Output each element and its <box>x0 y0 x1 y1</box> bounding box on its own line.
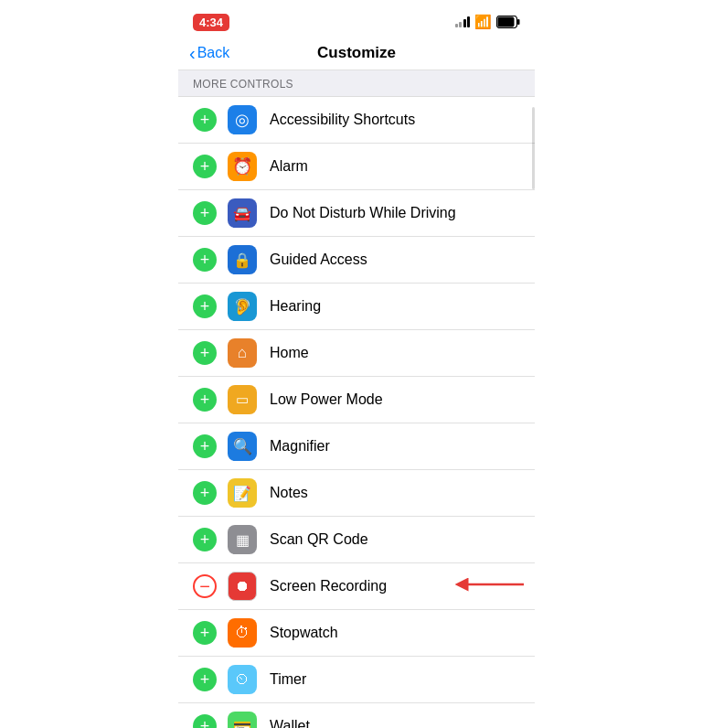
scroll-indicator <box>532 107 535 189</box>
item-label: Home <box>270 345 520 361</box>
add-button[interactable]: + <box>193 108 217 132</box>
add-button[interactable]: + <box>193 528 217 551</box>
nav-bar: ‹ Back Customize <box>178 40 535 70</box>
stopwatch-icon: ⏱ <box>228 618 257 648</box>
list-item[interactable]: + 🔒 Guided Access <box>178 237 535 284</box>
list-item[interactable]: + 💳 Wallet <box>178 703 535 728</box>
add-button[interactable]: + <box>193 201 217 225</box>
plus-icon: + <box>200 252 210 268</box>
plus-icon: + <box>200 531 210 548</box>
alarm-icon: ⏰ <box>228 152 257 181</box>
plus-icon: + <box>200 345 210 361</box>
add-button[interactable]: + <box>193 155 217 178</box>
add-button[interactable]: + <box>193 434 217 458</box>
status-bar: 4:34 📶 <box>178 0 535 40</box>
item-label: Guided Access <box>270 252 520 268</box>
list-item-screen-recording[interactable]: − ⏺ Screen Recording <box>178 563 535 610</box>
home-app-icon: ⌂ <box>228 338 257 368</box>
accessibility-shortcuts-icon: ◎ <box>228 105 257 134</box>
status-icons: 📶 <box>455 14 521 30</box>
status-time: 4:34 <box>193 14 229 31</box>
plus-icon: + <box>200 391 210 408</box>
list-item[interactable]: + ◎ Accessibility Shortcuts <box>178 97 535 144</box>
plus-icon: + <box>200 671 210 688</box>
list-item[interactable]: + ⏲ Timer <box>178 657 535 703</box>
list-item[interactable]: + 🦻 Hearing <box>178 284 535 330</box>
list-item[interactable]: + 🔍 Magnifier <box>178 423 535 470</box>
scan-qr-icon: ▦ <box>228 525 257 554</box>
signal-icon <box>455 16 471 27</box>
wifi-icon: 📶 <box>474 14 492 30</box>
remove-button[interactable]: − <box>193 574 217 598</box>
timer-icon: ⏲ <box>228 665 257 694</box>
item-label: Do Not Disturb While Driving <box>270 205 520 221</box>
section-header-more-controls: MORE CONTROLS <box>178 70 535 97</box>
add-button[interactable]: + <box>193 668 217 691</box>
minus-icon: − <box>199 577 210 595</box>
add-button[interactable]: + <box>193 248 217 272</box>
list-item[interactable]: + ⏱ Stopwatch <box>178 610 535 657</box>
plus-icon: + <box>200 438 210 455</box>
add-button[interactable]: + <box>193 388 217 412</box>
low-power-mode-icon: ▭ <box>228 385 257 414</box>
plus-icon: + <box>200 625 210 641</box>
back-chevron-icon: ‹ <box>189 44 196 62</box>
item-label: Stopwatch <box>270 625 520 641</box>
svg-rect-2 <box>517 19 520 25</box>
page-title: Customize <box>317 44 396 62</box>
magnifier-icon: 🔍 <box>228 432 257 461</box>
item-label: Magnifier <box>270 438 520 455</box>
hearing-icon: 🦻 <box>228 292 257 321</box>
add-button[interactable]: + <box>193 341 217 365</box>
svg-rect-1 <box>498 17 515 27</box>
annotation-arrow <box>452 570 526 603</box>
back-button[interactable]: ‹ Back <box>189 45 229 62</box>
battery-icon <box>496 16 520 28</box>
item-label: Notes <box>270 485 520 501</box>
plus-icon: + <box>200 205 210 221</box>
plus-icon: + <box>200 158 210 175</box>
item-label: Timer <box>270 671 520 688</box>
list-item[interactable]: + 📝 Notes <box>178 470 535 517</box>
list-item[interactable]: + ▭ Low Power Mode <box>178 377 535 423</box>
notes-icon: 📝 <box>228 478 257 508</box>
item-label: Scan QR Code <box>270 531 520 548</box>
item-label: Alarm <box>270 158 520 175</box>
do-not-disturb-driving-icon: 🚘 <box>228 198 257 228</box>
back-label: Back <box>197 45 230 61</box>
screen-recording-icon: ⏺ <box>228 572 257 601</box>
item-label: Hearing <box>270 298 520 315</box>
list-item[interactable]: + ▦ Scan QR Code <box>178 517 535 563</box>
list-item[interactable]: + ⌂ Home <box>178 330 535 377</box>
plus-icon: + <box>200 112 210 128</box>
add-button[interactable]: + <box>193 481 217 505</box>
list-item[interactable]: + ⏰ Alarm <box>178 144 535 190</box>
wallet-icon: 💳 <box>228 712 257 728</box>
item-label: Wallet <box>270 718 520 728</box>
add-button[interactable]: + <box>193 714 217 728</box>
list-item[interactable]: + 🚘 Do Not Disturb While Driving <box>178 190 535 237</box>
plus-icon: + <box>200 298 210 315</box>
add-button[interactable]: + <box>193 294 217 318</box>
guided-access-icon: 🔒 <box>228 245 257 274</box>
item-label: Accessibility Shortcuts <box>270 112 520 128</box>
add-button[interactable]: + <box>193 621 217 645</box>
plus-icon: + <box>200 485 210 501</box>
controls-list: MORE CONTROLS + ◎ Accessibility Shortcut… <box>178 70 535 728</box>
item-label: Low Power Mode <box>270 391 520 408</box>
plus-icon: + <box>200 718 210 729</box>
